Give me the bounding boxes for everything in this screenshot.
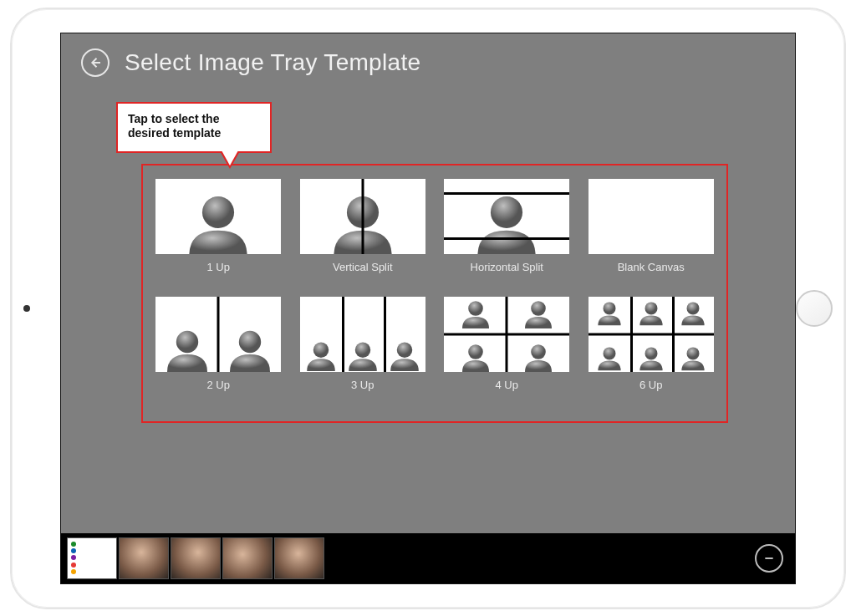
template-label: 3 Up (351, 379, 374, 391)
template-blank-canvas-thumb (588, 179, 714, 254)
photo-placeholder-icon (275, 538, 324, 578)
svg-point-9 (531, 301, 546, 316)
screen: Select Image Tray Template Tap to select… (60, 33, 796, 584)
template-4-up[interactable]: 4 Up (443, 297, 571, 391)
template-grid: 1 Up (155, 179, 715, 391)
template-blank-canvas[interactable]: Blank Canvas (588, 179, 716, 273)
tray-photo-thumb[interactable] (171, 537, 221, 579)
template-2-up-thumb (155, 297, 281, 372)
vertical-divider (217, 297, 220, 372)
person-silhouette-icon (345, 337, 380, 372)
tray-photo-thumb[interactable] (274, 537, 324, 579)
tray-remove-button[interactable] (755, 544, 783, 573)
color-dot-icon (71, 542, 76, 547)
template-2-up[interactable]: 2 Up (155, 297, 283, 391)
person-silhouette-icon (162, 325, 212, 372)
person-silhouette-icon (595, 297, 624, 328)
color-dot-icon (71, 555, 76, 560)
device-home-button[interactable] (796, 290, 833, 327)
tray-photo-thumb[interactable] (119, 537, 169, 579)
template-label: Vertical Split (333, 261, 393, 273)
person-silhouette-icon (522, 340, 555, 372)
vertical-divider (361, 179, 364, 254)
template-3-up-thumb (300, 297, 425, 372)
template-label: 1 Up (207, 261, 230, 273)
person-silhouette-icon (469, 191, 544, 254)
color-dot-icon (71, 563, 76, 568)
template-label: Blank Canvas (618, 261, 685, 273)
svg-point-0 (202, 196, 234, 227)
template-label: 4 Up (496, 379, 518, 391)
svg-point-2 (491, 196, 522, 227)
photo-placeholder-icon (120, 538, 168, 578)
svg-point-14 (686, 302, 699, 314)
device-frame: Select Image Tray Template Tap to select… (10, 8, 846, 609)
template-label: 6 Up (639, 379, 662, 391)
person-silhouette-icon (637, 342, 665, 372)
template-6-up[interactable]: 6 Up (588, 297, 716, 391)
template-3-up[interactable]: 3 Up (299, 297, 427, 391)
template-selection-area: 1 Up (141, 164, 728, 423)
photo-placeholder-icon (171, 538, 220, 578)
tray-color-card[interactable] (67, 537, 117, 579)
template-4-up-thumb (444, 297, 569, 372)
instruction-callout: Tap to select the desired template (116, 102, 272, 153)
horizontal-divider (444, 333, 569, 335)
template-vertical-split[interactable]: Vertical Split (299, 179, 427, 273)
template-1-up-thumb (155, 179, 281, 254)
svg-point-16 (645, 347, 657, 359)
person-silhouette-icon (303, 337, 339, 372)
instruction-callout-text: Tap to select the desired template (128, 112, 221, 140)
svg-point-4 (239, 330, 261, 352)
svg-point-11 (531, 344, 546, 359)
horizontal-divider (588, 333, 714, 335)
svg-point-6 (355, 342, 370, 357)
color-dot-icon (71, 569, 76, 574)
person-silhouette-icon (595, 342, 624, 372)
header: Select Image Tray Template (61, 33, 795, 82)
vertical-divider (342, 297, 344, 372)
person-silhouette-icon (387, 337, 422, 372)
person-silhouette-icon (679, 297, 707, 328)
svg-point-5 (313, 342, 328, 357)
svg-point-13 (645, 302, 657, 314)
svg-point-17 (686, 347, 699, 359)
svg-point-10 (468, 344, 483, 359)
template-6-up-thumb (588, 297, 714, 372)
template-horizontal-split[interactable]: Horizontal Split (443, 179, 571, 273)
svg-point-15 (603, 347, 615, 359)
template-1-up[interactable]: 1 Up (155, 179, 283, 273)
svg-point-3 (176, 330, 198, 352)
horizontal-divider (444, 237, 569, 240)
color-dot-icon (71, 548, 76, 553)
vertical-divider (384, 297, 386, 372)
template-vertical-split-thumb (300, 179, 425, 254)
horizontal-divider (444, 192, 569, 195)
arrow-left-icon (88, 55, 103, 70)
app-content: Select Image Tray Template Tap to select… (61, 33, 795, 533)
device-camera (23, 305, 30, 312)
person-silhouette-icon (225, 325, 275, 372)
svg-point-12 (603, 302, 615, 314)
back-button[interactable] (81, 48, 110, 77)
template-label: Horizontal Split (471, 261, 543, 273)
person-silhouette-icon (679, 342, 707, 372)
photo-placeholder-icon (223, 538, 272, 578)
image-tray (61, 533, 795, 583)
page-title: Select Image Tray Template (125, 49, 420, 76)
person-silhouette-icon (459, 340, 492, 372)
template-label: 2 Up (207, 379, 230, 391)
person-silhouette-icon (522, 297, 555, 330)
svg-point-7 (396, 342, 411, 357)
template-horizontal-split-thumb (444, 179, 569, 254)
person-silhouette-icon (181, 191, 256, 254)
person-silhouette-icon (459, 297, 492, 330)
svg-point-8 (468, 301, 483, 316)
tray-photo-thumb[interactable] (222, 537, 273, 579)
person-silhouette-icon (637, 297, 665, 328)
minus-icon (762, 552, 776, 565)
